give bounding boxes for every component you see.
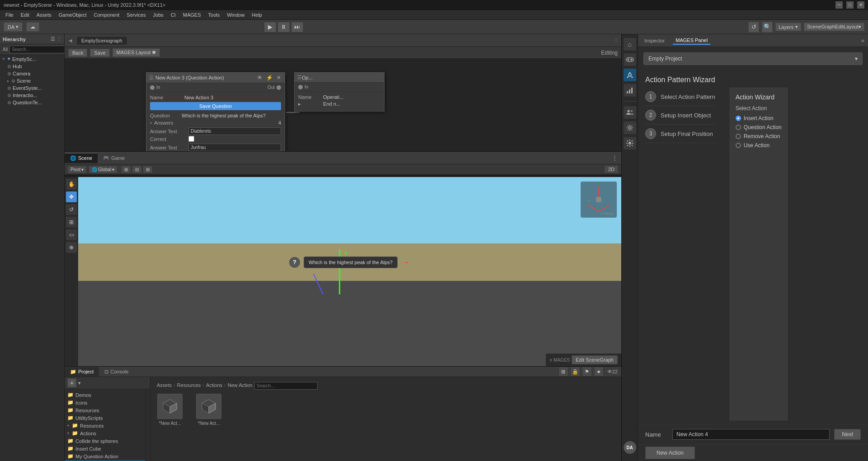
layers-dropdown[interactable]: Layers ▾ — [775, 23, 801, 31]
scene-panel-menu[interactable]: ⋮ — [608, 154, 621, 161]
transform-tool[interactable]: ⊕ — [66, 242, 77, 253]
sg-menu-btn[interactable]: ⋮ — [614, 37, 619, 43]
menu-window[interactable]: Window — [223, 11, 248, 19]
hand-tool[interactable]: ✋ — [66, 179, 77, 190]
console-tab[interactable]: ⊡ Console — [99, 367, 134, 377]
tree-icons[interactable]: 📁 Icons — [65, 399, 145, 406]
project-dropdown[interactable]: Empty Project ▾ — [643, 52, 863, 65]
tree-demos[interactable]: 📁 Demos — [65, 391, 145, 399]
menu-component[interactable]: Component — [90, 11, 123, 19]
game-tab[interactable]: 🎮 Game — [98, 153, 130, 163]
hierarchy-menu-btn[interactable]: ☰ — [51, 36, 55, 42]
scene-tab[interactable]: 🌐 Scene — [65, 153, 98, 163]
vr-icon-btn[interactable] — [624, 53, 636, 66]
share-icon-btn[interactable] — [624, 69, 636, 81]
search-btn[interactable]: 🔍 — [762, 22, 773, 33]
save-question-btn[interactable]: Save Question — [150, 102, 281, 110]
step-btn[interactable]: ⏭ — [291, 22, 304, 33]
scale-tool[interactable]: ⊞ — [66, 217, 77, 228]
home-icon-btn[interactable]: ⌂ — [624, 38, 636, 51]
hierarchy-question[interactable]: ⚙ QuestionTe... — [0, 99, 64, 106]
tree-actions[interactable]: ▾ 📁 Actions — [65, 429, 145, 437]
action-insert[interactable]: Insert Action — [736, 115, 782, 121]
menu-gameobject[interactable]: GameObject — [55, 11, 90, 19]
inspector-tab[interactable]: Inspector — [642, 37, 667, 44]
file-item-1[interactable]: *New Act... — [193, 394, 225, 426]
play-btn[interactable]: ▶ — [264, 22, 277, 33]
answer-field-1[interactable] — [188, 144, 281, 151]
add-asset-btn[interactable]: + — [67, 378, 76, 387]
pivot-btn[interactable]: Pivot ▾ — [67, 166, 87, 173]
mages-panel-tab[interactable]: MAGES Panel — [673, 37, 710, 45]
scene-canvas[interactable]: Y ✕ < Persp Y ? Which is the high — [78, 177, 621, 366]
menu-help[interactable]: Help — [248, 11, 266, 19]
rotate-tool[interactable]: ↺ — [66, 204, 77, 215]
edit-scene-graph-btn[interactable]: Edit SceneGraph — [572, 355, 618, 364]
step-3[interactable]: 3 Setup Final Position — [645, 125, 715, 143]
tree-resources[interactable]: ▾ 📁 Resources — [65, 422, 145, 429]
person2-icon-btn[interactable] — [624, 106, 636, 119]
hierarchy-scene[interactable]: ▸ ⚙ Scene — [0, 77, 64, 84]
move-tool[interactable]: ✥ — [66, 191, 77, 202]
hierarchy-hub[interactable]: ⚙ Hub — [0, 63, 64, 70]
save-btn[interactable]: Save — [90, 49, 109, 57]
cloud-btn[interactable]: ☁ — [26, 22, 39, 32]
nap-bolt-btn[interactable]: ⚡ — [265, 75, 274, 81]
file-item-0[interactable]: *New Act... — [154, 394, 186, 426]
lock-btn[interactable]: 🔒 — [570, 367, 580, 377]
tree-utility[interactable]: 📁 UtilityScripts — [65, 414, 145, 422]
next-btn[interactable]: Next — [834, 429, 861, 440]
answer-field-0[interactable] — [188, 127, 281, 135]
step-1[interactable]: 1 Select Action Pattern — [645, 88, 715, 106]
gizmo-btn3[interactable]: ⊞ — [143, 166, 153, 173]
menu-file[interactable]: File — [2, 11, 17, 19]
global-btn[interactable]: 🌐 Global ▾ — [89, 166, 117, 173]
gear1-icon-btn[interactable] — [624, 121, 636, 134]
action-remove[interactable]: Remove Action — [736, 133, 782, 140]
nap-eye-btn[interactable]: 👁 — [256, 75, 263, 81]
tree-my-question[interactable]: 📁 My Question Action — [65, 452, 145, 460]
menu-assets[interactable]: Assets — [33, 11, 55, 19]
tree-resources-demos[interactable]: 📁 Resources — [65, 406, 145, 414]
inspector-expand-btn[interactable]: » — [861, 37, 864, 44]
pause-btn[interactable]: ⏸ — [277, 22, 290, 33]
menu-mages[interactable]: MAGES — [179, 11, 205, 19]
menu-tools[interactable]: Tools — [205, 11, 224, 19]
history-btn[interactable]: ↺ — [748, 22, 759, 33]
da-avatar[interactable]: DA — [624, 441, 636, 454]
scene-graph-dropdown[interactable]: SceneGraphEditLayout▾ — [804, 23, 864, 31]
sg-tab-main[interactable]: EmptyScenograph — [76, 36, 127, 45]
nap-close-btn[interactable]: ✕ — [276, 75, 282, 81]
star-btn[interactable]: ★ — [594, 367, 604, 377]
menu-services[interactable]: Services — [123, 11, 149, 19]
menu-jobs[interactable]: Jobs — [150, 11, 167, 19]
hierarchy-more-btn[interactable]: ⋮ — [56, 36, 61, 42]
correct-check-0[interactable] — [188, 136, 194, 142]
tree-insert-cube[interactable]: 📁 Insert Cube — [65, 445, 145, 452]
da-dropdown[interactable]: DA ▾ — [4, 22, 23, 32]
tree-collide[interactable]: 📁 Collide the spheres — [65, 437, 145, 445]
hierarchy-search[interactable] — [9, 46, 71, 53]
mages-layout-btn[interactable]: MAGES Layout ✱ — [113, 48, 160, 57]
chart-icon-btn[interactable] — [624, 84, 636, 97]
name-input[interactable] — [672, 429, 830, 440]
hierarchy-eventsystem[interactable]: ⚙ EventSyste... — [0, 84, 64, 92]
step-2[interactable]: 2 Setup Insert Object — [645, 106, 715, 125]
new-action-wizard-btn[interactable]: New Action — [645, 447, 695, 459]
sg-expand-btn[interactable]: ◀ — [67, 38, 74, 43]
gizmo-btn1[interactable]: ⊞ — [121, 166, 131, 173]
gear2-icon-btn[interactable] — [624, 137, 636, 149]
rect-tool[interactable]: ▭ — [66, 229, 77, 240]
asset-search[interactable] — [254, 382, 318, 390]
close-btn[interactable]: ✕ — [857, 1, 864, 9]
hierarchy-interaction[interactable]: ⚙ Interactio... — [0, 92, 64, 99]
hierarchy-camera[interactable]: ⚙ Camera — [0, 70, 64, 77]
2d-btn[interactable]: 2D — [604, 165, 619, 173]
minimize-btn[interactable]: ─ — [835, 1, 843, 9]
menu-edit[interactable]: Edit — [17, 11, 33, 19]
hierarchy-empty-scene[interactable]: ▾ ✦ EmptySc... — [0, 55, 64, 63]
menu-ci[interactable]: CI — [167, 11, 179, 19]
gizmo-btn2[interactable]: ⊟ — [132, 166, 142, 173]
maximize-btn[interactable]: □ — [846, 1, 854, 9]
back-btn[interactable]: Back — [68, 49, 87, 57]
